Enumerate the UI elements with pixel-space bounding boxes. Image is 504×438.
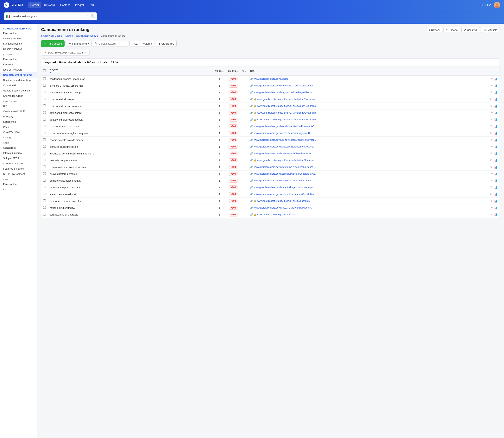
chart-icon-20[interactable]: 📊 (494, 213, 498, 216)
row-checkbox-input-12[interactable] (43, 159, 46, 161)
sidebar-item-serp-environment[interactable]: SERP Environment (0, 171, 37, 176)
row-checkbox-input-3[interactable] (43, 98, 46, 100)
row-checkbox-19[interactable] (41, 205, 48, 211)
nav-keyword[interactable]: Keyword (42, 2, 57, 8)
eye-icon-10[interactable]: 👁 (490, 145, 493, 148)
nav-progetti[interactable]: Progetti (73, 2, 87, 8)
chart-icon-15[interactable]: 📊 (494, 179, 498, 182)
sidebar-item-snippet-serp[interactable]: Snippet SERP (0, 156, 37, 161)
eye-icon-7[interactable]: 👁 (490, 125, 493, 128)
row-checkbox-9[interactable] (41, 137, 48, 143)
sidebar-item-panoramica-overview[interactable]: Panoramica (0, 31, 37, 36)
url-text-9[interactable]: www.guardiacostiera.gov.it/porto-nogaro/… (254, 139, 316, 141)
chart-icon-17[interactable]: 📊 (494, 192, 498, 196)
chart-icon-8[interactable]: 📊 (494, 131, 498, 135)
opzioni-button[interactable]: ▾ Opzioni (426, 27, 442, 33)
url-text-2[interactable]: www.guardiacostiera.gov.it/organizzazion… (254, 91, 315, 94)
eye-icon-3[interactable]: 👁 (490, 98, 493, 101)
eye-icon-4[interactable]: 👁 (490, 104, 493, 108)
row-checkbox-16[interactable] (41, 184, 48, 191)
url-text-4[interactable]: www.guardiacostiera.gov.it/servizi-al-ci… (257, 105, 316, 107)
sidebar-item-cambiamenti-url[interactable]: Cambiamenti di URL (0, 109, 37, 114)
chart-icon-9[interactable]: 📊 (494, 138, 498, 142)
row-checkbox-input-0[interactable] (43, 77, 46, 80)
carica-filtro-button[interactable]: ⬆ Carica filtro (156, 41, 177, 47)
sidebar-item-distribuzione-ranking[interactable]: Distribuzione dei ranking (0, 77, 37, 83)
nav-domini[interactable]: Domini (28, 2, 41, 8)
breadcrumb-domain[interactable]: guardiacostiera.gov.it (76, 34, 98, 37)
nav-content[interactable]: Content (58, 2, 72, 8)
chart-icon-4[interactable]: 📊 (494, 104, 498, 108)
url-text-19[interactable]: www.guardiacostiera.gov.it/mezzi-e-tecno… (254, 206, 312, 209)
sidebar-item-panoramica-link[interactable]: Panoramica (0, 182, 37, 187)
row-checkbox-2[interactable] (41, 89, 48, 96)
breadcrumb-domini[interactable]: Domini (65, 34, 73, 37)
url-text-15[interactable]: www.guardiacostiera.gov.it/servizi-al-ci… (254, 179, 313, 182)
sidebar-item-sottodomini[interactable]: Sottodomini (0, 119, 37, 124)
col-date1[interactable]: 19.02.... (213, 66, 226, 76)
url-text-12[interactable]: www.guardiacostiera.gov.it/servizi-al-ci… (257, 159, 316, 162)
eye-icon-13[interactable]: 👁 (490, 165, 493, 169)
row-checkbox-3[interactable] (41, 96, 48, 103)
sidebar-item-url[interactable]: URL (0, 103, 37, 109)
chart-icon-11[interactable]: 📊 (494, 152, 498, 155)
sidebar-item-core-web-vital[interactable]: Core Web Vital (0, 130, 37, 135)
chart-icon-12[interactable]: 📊 (494, 159, 498, 162)
sidebar-item-panoramica-kw[interactable]: Panoramica (0, 57, 37, 62)
url-text-20[interactable]: www.guardiacostiera.gov.it/certificato..… (257, 213, 297, 216)
filtra-adesso-button[interactable]: ＋ Filtra adesso (41, 40, 65, 47)
url-text-3[interactable]: www.guardiacostiera.gov.it/servizi-al-ci… (257, 98, 316, 101)
row-checkbox-input-17[interactable] (43, 193, 46, 195)
sidebar-item-onpage[interactable]: Onpage (0, 135, 37, 140)
eye-icon-17[interactable]: 👁 (490, 192, 493, 196)
row-checkbox-1[interactable] (41, 82, 48, 89)
row-checkbox-12[interactable] (41, 157, 48, 164)
url-text-8[interactable]: www.guardiacostiera.gov.it/roma-fiumicin… (254, 132, 313, 134)
chart-icon-1[interactable]: 📊 (494, 84, 498, 88)
row-checkbox-input-6[interactable] (43, 118, 46, 120)
row-checkbox-input-4[interactable] (43, 104, 46, 107)
url-text-5[interactable]: www.guardiacostiera.gov.it/servizi-al-ci… (257, 111, 316, 114)
chart-icon-16[interactable]: 📊 (494, 186, 498, 189)
row-checkbox-input-5[interactable] (43, 111, 46, 114)
sidebar-item-knowledge-graph[interactable]: Knowledge Graph (0, 93, 37, 99)
grid-icon[interactable]: ⊞ (480, 3, 483, 7)
eye-icon-6[interactable]: 👁 (490, 118, 493, 121)
row-checkbox-6[interactable] (41, 116, 48, 123)
row-checkbox-17[interactable] (41, 191, 48, 198)
row-checkbox-10[interactable] (41, 143, 48, 150)
chart-icon-14[interactable]: 📊 (494, 172, 498, 175)
col-v[interactable]: V... (240, 66, 248, 76)
url-text-17[interactable]: www.guardiacostiera.gov.it/cetraro/Docum… (254, 193, 316, 196)
row-checkbox-4[interactable] (41, 103, 48, 110)
row-checkbox-15[interactable] (41, 177, 48, 184)
sidebar-item-cambiamenti-ranking[interactable]: Cambiamenti di ranking (0, 72, 37, 77)
eye-icon-1[interactable]: 👁 (490, 84, 493, 88)
sidebar-item-indice-visibilita[interactable]: Indice di Visibilità (0, 36, 37, 41)
url-text-13[interactable]: www.guardiacostiera.gov.it/normativa-e-d… (254, 166, 316, 168)
chart-icon-19[interactable]: 📊 (494, 206, 498, 209)
search-icon[interactable]: 🔍 (90, 14, 95, 18)
chart-icon-18[interactable]: 📊 (494, 199, 498, 203)
row-checkbox-input-9[interactable] (43, 138, 46, 141)
chart-icon-6[interactable]: 📊 (494, 118, 498, 121)
col-keyword[interactable]: Keyword (48, 66, 213, 76)
chart-icon-7[interactable]: 📊 (494, 125, 498, 128)
sidebar-item-stima-traffico[interactable]: Stima del traffico (0, 41, 37, 46)
row-checkbox-input-18[interactable] (43, 199, 46, 202)
row-checkbox-input-1[interactable] (43, 84, 46, 87)
url-text-11[interactable]: www.guardiacostiera.gov.it/manfredonia/d… (254, 152, 313, 155)
sidebar-item-confronto-snippet[interactable]: Confronto Snippet (0, 161, 37, 166)
chart-icon-13[interactable]: 📊 (494, 165, 498, 169)
filtra-ranking-button[interactable]: ▼ Filtra ranking ▾ (66, 41, 91, 47)
url-text-16[interactable]: www.guardiacostiera.gov.it/taranto/Pages… (254, 186, 313, 189)
logo[interactable]: SISTRIX (4, 2, 23, 8)
avatar[interactable] (494, 2, 500, 8)
row-checkbox-7[interactable] (41, 123, 48, 130)
sidebar-item-directory[interactable]: Directory (0, 114, 37, 119)
col-checkbox[interactable] (41, 66, 48, 76)
sidebar-item-google-analytics[interactable]: Google Analytics (0, 46, 37, 52)
row-checkbox-5[interactable] (41, 110, 48, 116)
eye-icon-5[interactable]: 👁 (490, 111, 493, 115)
row-checkbox-input-16[interactable] (43, 186, 46, 188)
